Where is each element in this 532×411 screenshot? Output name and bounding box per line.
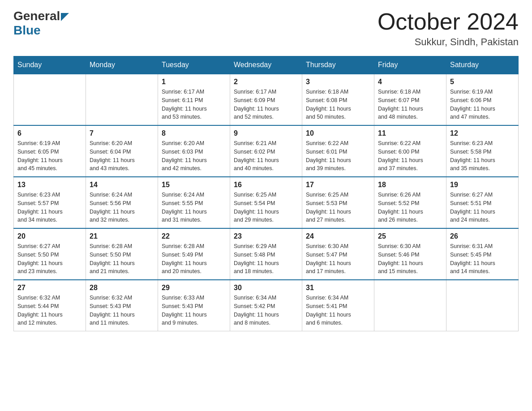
day-number: 2 xyxy=(234,78,298,86)
day-number: 15 xyxy=(162,181,226,189)
day-number: 1 xyxy=(162,78,226,86)
page-header: General Blue October 2024 Sukkur, Sindh,… xyxy=(13,9,519,48)
calendar-week-row: 1Sunrise: 6:17 AM Sunset: 6:11 PM Daylig… xyxy=(14,74,519,125)
svg-marker-0 xyxy=(61,13,69,21)
calendar-cell: 24Sunrise: 6:30 AM Sunset: 5:47 PM Dayli… xyxy=(302,228,374,280)
day-number: 28 xyxy=(90,284,154,292)
day-info: Sunrise: 6:25 AM Sunset: 5:53 PM Dayligh… xyxy=(306,191,370,224)
day-info: Sunrise: 6:26 AM Sunset: 5:52 PM Dayligh… xyxy=(378,191,442,224)
calendar-cell: 2Sunrise: 6:17 AM Sunset: 6:09 PM Daylig… xyxy=(230,74,302,125)
calendar-week-row: 6Sunrise: 6:19 AM Sunset: 6:05 PM Daylig… xyxy=(14,125,519,177)
calendar-cell: 21Sunrise: 6:28 AM Sunset: 5:50 PM Dayli… xyxy=(86,228,158,280)
day-number: 22 xyxy=(162,232,226,240)
day-info: Sunrise: 6:24 AM Sunset: 5:55 PM Dayligh… xyxy=(162,191,226,224)
day-number: 16 xyxy=(234,181,298,189)
day-number: 31 xyxy=(306,284,370,292)
day-number: 7 xyxy=(90,129,154,137)
calendar-cell: 9Sunrise: 6:21 AM Sunset: 6:02 PM Daylig… xyxy=(230,125,302,177)
day-info: Sunrise: 6:17 AM Sunset: 6:11 PM Dayligh… xyxy=(162,88,226,121)
calendar-cell: 29Sunrise: 6:33 AM Sunset: 5:43 PM Dayli… xyxy=(158,280,230,331)
day-number: 29 xyxy=(162,284,226,292)
day-info: Sunrise: 6:28 AM Sunset: 5:49 PM Dayligh… xyxy=(162,242,226,276)
day-info: Sunrise: 6:28 AM Sunset: 5:50 PM Dayligh… xyxy=(90,242,154,276)
day-info: Sunrise: 6:30 AM Sunset: 5:46 PM Dayligh… xyxy=(378,242,442,276)
weekday-header-tuesday: Tuesday xyxy=(158,56,230,74)
day-number: 24 xyxy=(306,232,370,240)
calendar-cell xyxy=(446,280,519,331)
day-number: 8 xyxy=(162,129,226,137)
calendar-cell: 19Sunrise: 6:27 AM Sunset: 5:51 PM Dayli… xyxy=(446,177,519,228)
calendar-cell: 31Sunrise: 6:34 AM Sunset: 5:41 PM Dayli… xyxy=(302,280,374,331)
day-info: Sunrise: 6:24 AM Sunset: 5:56 PM Dayligh… xyxy=(90,191,154,224)
logo-arrow-icon xyxy=(61,13,69,21)
day-info: Sunrise: 6:18 AM Sunset: 6:08 PM Dayligh… xyxy=(306,88,370,121)
calendar-cell: 27Sunrise: 6:32 AM Sunset: 5:44 PM Dayli… xyxy=(14,280,86,331)
calendar-cell: 16Sunrise: 6:25 AM Sunset: 5:54 PM Dayli… xyxy=(230,177,302,228)
day-number: 4 xyxy=(378,78,442,86)
day-number: 3 xyxy=(306,78,370,86)
calendar-cell: 3Sunrise: 6:18 AM Sunset: 6:08 PM Daylig… xyxy=(302,74,374,125)
day-info: Sunrise: 6:25 AM Sunset: 5:54 PM Dayligh… xyxy=(234,191,298,224)
day-number: 21 xyxy=(90,232,154,240)
day-info: Sunrise: 6:20 AM Sunset: 6:04 PM Dayligh… xyxy=(90,139,154,173)
day-number: 12 xyxy=(450,129,515,137)
day-info: Sunrise: 6:34 AM Sunset: 5:41 PM Dayligh… xyxy=(306,294,370,327)
day-number: 6 xyxy=(17,129,82,137)
weekday-header-row: SundayMondayTuesdayWednesdayThursdayFrid… xyxy=(14,56,519,74)
day-info: Sunrise: 6:30 AM Sunset: 5:47 PM Dayligh… xyxy=(306,242,370,276)
calendar-cell: 7Sunrise: 6:20 AM Sunset: 6:04 PM Daylig… xyxy=(86,125,158,177)
calendar-cell: 8Sunrise: 6:20 AM Sunset: 6:03 PM Daylig… xyxy=(158,125,230,177)
calendar-cell: 11Sunrise: 6:22 AM Sunset: 6:00 PM Dayli… xyxy=(374,125,446,177)
calendar-cell: 12Sunrise: 6:23 AM Sunset: 5:58 PM Dayli… xyxy=(446,125,519,177)
weekday-header-thursday: Thursday xyxy=(302,56,374,74)
day-number: 25 xyxy=(378,232,442,240)
day-number: 30 xyxy=(234,284,298,292)
weekday-header-monday: Monday xyxy=(86,56,158,74)
day-info: Sunrise: 6:27 AM Sunset: 5:51 PM Dayligh… xyxy=(450,191,515,224)
day-info: Sunrise: 6:22 AM Sunset: 6:00 PM Dayligh… xyxy=(378,139,442,173)
day-info: Sunrise: 6:29 AM Sunset: 5:48 PM Dayligh… xyxy=(234,242,298,276)
calendar-cell xyxy=(14,74,86,125)
day-info: Sunrise: 6:22 AM Sunset: 6:01 PM Dayligh… xyxy=(306,139,370,173)
day-number: 10 xyxy=(306,129,370,137)
weekday-header-wednesday: Wednesday xyxy=(230,56,302,74)
day-number: 9 xyxy=(234,129,298,137)
day-info: Sunrise: 6:19 AM Sunset: 6:06 PM Dayligh… xyxy=(450,88,515,121)
calendar-cell: 6Sunrise: 6:19 AM Sunset: 6:05 PM Daylig… xyxy=(14,125,86,177)
logo-blue-text: Blue xyxy=(13,23,41,37)
day-info: Sunrise: 6:34 AM Sunset: 5:42 PM Dayligh… xyxy=(234,294,298,327)
calendar-cell: 18Sunrise: 6:26 AM Sunset: 5:52 PM Dayli… xyxy=(374,177,446,228)
calendar-cell: 17Sunrise: 6:25 AM Sunset: 5:53 PM Dayli… xyxy=(302,177,374,228)
calendar-week-row: 20Sunrise: 6:27 AM Sunset: 5:50 PM Dayli… xyxy=(14,228,519,280)
day-info: Sunrise: 6:33 AM Sunset: 5:43 PM Dayligh… xyxy=(162,294,226,327)
day-number: 17 xyxy=(306,181,370,189)
day-info: Sunrise: 6:23 AM Sunset: 5:58 PM Dayligh… xyxy=(450,139,515,173)
day-info: Sunrise: 6:32 AM Sunset: 5:43 PM Dayligh… xyxy=(90,294,154,327)
weekday-header-saturday: Saturday xyxy=(446,56,519,74)
calendar-cell: 30Sunrise: 6:34 AM Sunset: 5:42 PM Dayli… xyxy=(230,280,302,331)
calendar-cell: 23Sunrise: 6:29 AM Sunset: 5:48 PM Dayli… xyxy=(230,228,302,280)
logo-general-text: General xyxy=(13,9,60,23)
logo: General Blue xyxy=(13,9,69,38)
calendar-cell: 1Sunrise: 6:17 AM Sunset: 6:11 PM Daylig… xyxy=(158,74,230,125)
day-number: 11 xyxy=(378,129,442,137)
calendar-week-row: 27Sunrise: 6:32 AM Sunset: 5:44 PM Dayli… xyxy=(14,280,519,331)
calendar-cell xyxy=(374,280,446,331)
day-info: Sunrise: 6:17 AM Sunset: 6:09 PM Dayligh… xyxy=(234,88,298,121)
day-info: Sunrise: 6:32 AM Sunset: 5:44 PM Dayligh… xyxy=(17,294,82,327)
title-section: October 2024 Sukkur, Sindh, Pakistan xyxy=(378,9,519,48)
calendar-cell: 5Sunrise: 6:19 AM Sunset: 6:06 PM Daylig… xyxy=(446,74,519,125)
weekday-header-sunday: Sunday xyxy=(14,56,86,74)
calendar-week-row: 13Sunrise: 6:23 AM Sunset: 5:57 PM Dayli… xyxy=(14,177,519,228)
day-number: 13 xyxy=(17,181,82,189)
day-info: Sunrise: 6:21 AM Sunset: 6:02 PM Dayligh… xyxy=(234,139,298,173)
calendar-cell: 15Sunrise: 6:24 AM Sunset: 5:55 PM Dayli… xyxy=(158,177,230,228)
day-info: Sunrise: 6:19 AM Sunset: 6:05 PM Dayligh… xyxy=(17,139,82,173)
day-info: Sunrise: 6:23 AM Sunset: 5:57 PM Dayligh… xyxy=(17,191,82,224)
calendar-cell: 26Sunrise: 6:31 AM Sunset: 5:45 PM Dayli… xyxy=(446,228,519,280)
day-number: 18 xyxy=(378,181,442,189)
day-number: 5 xyxy=(450,78,515,86)
day-info: Sunrise: 6:31 AM Sunset: 5:45 PM Dayligh… xyxy=(450,242,515,276)
calendar-title: October 2024 xyxy=(378,9,519,34)
calendar-cell: 22Sunrise: 6:28 AM Sunset: 5:49 PM Dayli… xyxy=(158,228,230,280)
